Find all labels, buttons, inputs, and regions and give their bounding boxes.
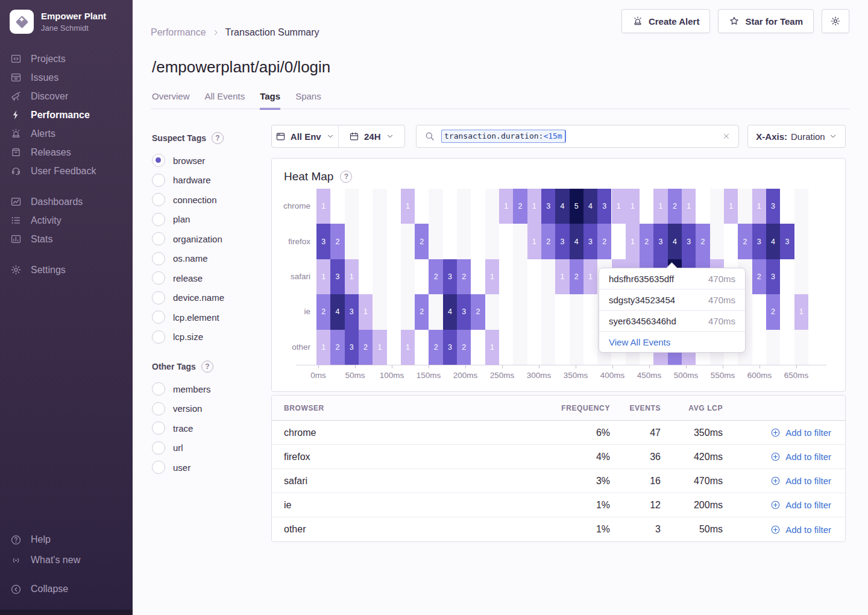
- sidebar-item-collapse[interactable]: Collapse: [0, 579, 133, 599]
- heatmap-cell-chrome-18[interactable]: 5: [570, 189, 583, 224]
- heatmap-cell-ie-11[interactable]: 2: [471, 294, 485, 329]
- heatmap-cell-firefox-31[interactable]: 3: [752, 224, 766, 259]
- question-icon[interactable]: ?: [212, 132, 224, 144]
- heatmap-cell-ie-0[interactable]: 2: [316, 294, 330, 329]
- sidebar-item-alerts[interactable]: Alerts: [0, 124, 133, 143]
- radio-unselected[interactable]: [152, 252, 165, 265]
- heatmap-cell-safari-31[interactable]: 2: [752, 259, 766, 294]
- heatmap-cell-safari-18[interactable]: 2: [570, 259, 583, 294]
- heatmap-cell-safari-19[interactable]: 1: [583, 259, 597, 294]
- heatmap-cell-ie-34[interactable]: 1: [794, 294, 808, 329]
- heatmap-cell-firefox-15[interactable]: 1: [527, 224, 541, 259]
- sidebar-item-activity[interactable]: Activity: [0, 211, 133, 230]
- heatmap-cell-ie-32[interactable]: 2: [766, 294, 780, 329]
- heatmap-cell-safari-9[interactable]: 3: [443, 259, 457, 294]
- heatmap-cell-other-9[interactable]: 3: [443, 330, 457, 365]
- question-icon[interactable]: ?: [201, 361, 213, 373]
- heatmap-cell-safari-8[interactable]: 2: [429, 259, 442, 294]
- heatmap-cell-chrome-32[interactable]: 3: [766, 189, 780, 224]
- tab-spans[interactable]: Spans: [295, 91, 321, 110]
- radio-unselected[interactable]: [152, 213, 165, 226]
- sidebar-item-performance[interactable]: Performance: [0, 106, 133, 124]
- view-all-events-link[interactable]: View All Events: [599, 332, 745, 352]
- breadcrumb-performance[interactable]: Performance: [151, 27, 206, 38]
- heatmap-cell-other-4[interactable]: 1: [373, 330, 386, 365]
- radio-unselected[interactable]: [152, 382, 165, 396]
- heatmap-cell-ie-1[interactable]: 4: [330, 294, 344, 329]
- heatmap-cell-chrome-24[interactable]: 1: [653, 189, 667, 224]
- tag-option-browser[interactable]: browser: [152, 154, 269, 167]
- heatmap-cell-ie-10[interactable]: 3: [457, 294, 471, 329]
- heatmap-cell-other-12[interactable]: 1: [485, 330, 499, 365]
- heatmap-cell-chrome-16[interactable]: 3: [541, 189, 555, 224]
- heatmap-cell-chrome-31[interactable]: 1: [752, 189, 766, 224]
- radio-unselected[interactable]: [152, 330, 165, 344]
- heatmap-cell-firefox-25[interactable]: 4: [668, 224, 682, 259]
- radio-unselected[interactable]: [152, 271, 165, 285]
- heatmap-cell-safari-2[interactable]: 1: [345, 259, 359, 294]
- radio-unselected[interactable]: [152, 193, 165, 206]
- heatmap-cell-firefox-30[interactable]: 2: [738, 224, 752, 259]
- heatmap-cell-other-6[interactable]: 1: [401, 330, 415, 365]
- heatmap-cell-firefox-33[interactable]: 3: [780, 224, 794, 259]
- radio-unselected[interactable]: [152, 232, 165, 245]
- heatmap-cell-other-2[interactable]: 3: [345, 330, 359, 365]
- radio-unselected[interactable]: [152, 174, 165, 187]
- radio-selected[interactable]: [152, 154, 165, 167]
- xaxis-dropdown[interactable]: X-Axis: Duration: [747, 125, 846, 148]
- sidebar-item-releases[interactable]: Releases: [0, 143, 133, 162]
- tag-option-version[interactable]: version: [152, 402, 269, 415]
- tag-option-url[interactable]: url: [152, 441, 269, 455]
- heatmap-cell-other-3[interactable]: 2: [359, 330, 373, 365]
- radio-unselected[interactable]: [152, 441, 165, 455]
- heatmap-cell-firefox-16[interactable]: 2: [541, 224, 555, 259]
- tag-option-organization[interactable]: organization: [152, 232, 269, 245]
- heatmap-cell-firefox-26[interactable]: 3: [682, 224, 696, 259]
- org-switcher[interactable]: ✦ Empower Plant Jane Schmidt: [0, 0, 133, 42]
- tag-option-user[interactable]: user: [152, 461, 269, 474]
- sidebar-item-user-feedback[interactable]: User Feedback: [0, 162, 133, 180]
- create-alert-button[interactable]: Create Alert: [621, 9, 710, 33]
- add-to-filter-button[interactable]: Add to filter: [723, 452, 831, 462]
- add-to-filter-button[interactable]: Add to filter: [723, 500, 831, 510]
- star-for-team-button[interactable]: Star for Team: [718, 9, 814, 33]
- sidebar-item-issues[interactable]: Issues: [0, 68, 133, 87]
- tag-option-os-name[interactable]: os.name: [152, 252, 269, 265]
- heatmap-cell-other-0[interactable]: 1: [316, 330, 330, 365]
- heatmap-cell-chrome-22[interactable]: 1: [626, 189, 640, 224]
- heatmap-cell-safari-0[interactable]: 1: [316, 259, 330, 294]
- sidebar-item-dashboards[interactable]: Dashboards: [0, 192, 133, 211]
- tag-option-members[interactable]: members: [152, 382, 269, 396]
- sidebar-item-what-s-new[interactable]: What's new: [0, 550, 133, 570]
- sidebar-item-projects[interactable]: Projects: [0, 49, 133, 68]
- time-range-dropdown[interactable]: 24H: [338, 125, 405, 147]
- tag-option-connection[interactable]: connection: [152, 193, 269, 206]
- settings-button[interactable]: [822, 9, 849, 33]
- heatmap-cell-ie-7[interactable]: 2: [415, 294, 429, 329]
- tooltip-event-row[interactable]: syer63456346hd470ms: [599, 311, 745, 332]
- tooltip-event-row[interactable]: sdgsty34523454470ms: [599, 289, 745, 311]
- heatmap-cell-chrome-15[interactable]: 1: [527, 189, 541, 224]
- tab-all-events[interactable]: All Events: [205, 91, 245, 110]
- heatmap-cell-firefox-27[interactable]: 2: [696, 224, 709, 259]
- sidebar-item-help[interactable]: Help: [0, 529, 133, 550]
- heatmap-cell-firefox-0[interactable]: 3: [316, 224, 330, 259]
- heatmap-cell-safari-12[interactable]: 1: [485, 259, 499, 294]
- question-icon[interactable]: ?: [340, 171, 352, 183]
- radio-unselected[interactable]: [152, 461, 165, 474]
- add-to-filter-button[interactable]: Add to filter: [723, 525, 831, 535]
- heatmap-cell-chrome-0[interactable]: 1: [316, 189, 330, 224]
- radio-unselected[interactable]: [152, 291, 165, 304]
- heatmap-cell-other-1[interactable]: 2: [330, 330, 344, 365]
- heatmap-cell-other-10[interactable]: 2: [457, 330, 471, 365]
- heatmap-cell-firefox-20[interactable]: 2: [597, 224, 611, 259]
- radio-unselected[interactable]: [152, 402, 165, 415]
- heatmap-cell-chrome-26[interactable]: 1: [682, 189, 696, 224]
- environment-dropdown[interactable]: All Env: [272, 125, 338, 147]
- tag-option-hardware[interactable]: hardware: [152, 174, 269, 187]
- tag-option-trace[interactable]: trace: [152, 421, 269, 435]
- tab-overview[interactable]: Overview: [152, 91, 190, 110]
- radio-unselected[interactable]: [152, 311, 165, 324]
- sidebar-item-settings[interactable]: Settings: [0, 260, 133, 279]
- tag-option-plan[interactable]: plan: [152, 213, 269, 226]
